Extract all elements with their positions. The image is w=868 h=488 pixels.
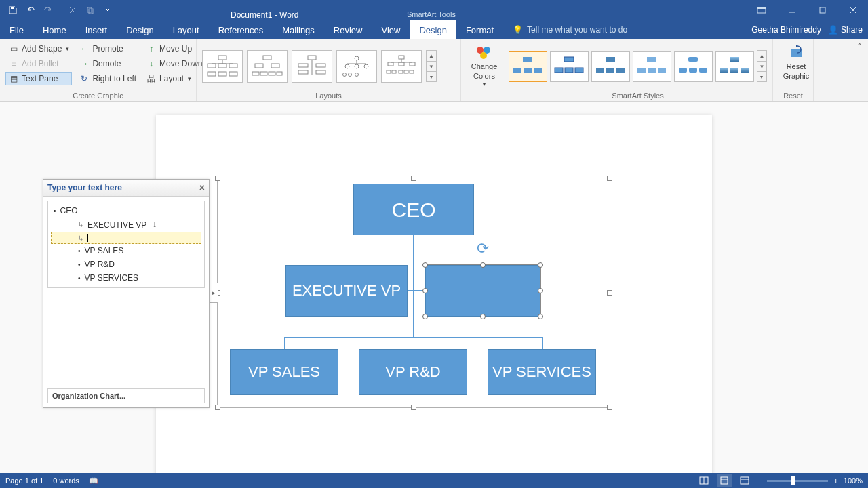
svg-rect-26 xyxy=(316,64,326,67)
zoom-level[interactable]: 100% xyxy=(844,476,863,485)
minimize-icon[interactable] xyxy=(776,0,807,20)
shape-handle[interactable] xyxy=(480,262,486,268)
shape-handle[interactable] xyxy=(538,262,543,268)
svg-rect-10 xyxy=(208,64,216,68)
styles-more[interactable]: ▲▼▾ xyxy=(757,50,767,82)
menu-references[interactable]: References xyxy=(209,20,273,39)
tp-item-ceo[interactable]: •CEO xyxy=(51,204,201,218)
menu-design[interactable]: Design xyxy=(117,20,163,39)
zoom-thumb[interactable] xyxy=(791,476,795,485)
shape-handle[interactable] xyxy=(422,288,428,293)
promote-button[interactable]: ←Promote xyxy=(76,42,139,56)
layout-thumb-4[interactable] xyxy=(336,50,377,83)
menu-file[interactable]: File xyxy=(0,20,33,39)
zoom-slider[interactable] xyxy=(767,480,828,482)
cut-icon[interactable] xyxy=(64,1,81,19)
frame-handle[interactable] xyxy=(215,176,220,181)
view-web-icon[interactable] xyxy=(737,474,752,487)
rotate-handle-icon[interactable]: ⟳ xyxy=(477,243,489,255)
layouts-more[interactable]: ▲▼▾ xyxy=(426,50,437,82)
node-vp-services[interactable]: VP SERVICES xyxy=(488,349,596,395)
text-pane-toggle-tab[interactable]: ▸ xyxy=(210,283,218,303)
add-shape-button[interactable]: ▭Add Shape▾ xyxy=(5,42,72,56)
tell-me-search[interactable]: 💡 Tell me what you want to do xyxy=(513,20,627,39)
share-button[interactable]: 👤 Share xyxy=(828,25,863,35)
layout-thumb-3[interactable] xyxy=(292,50,332,83)
style-thumb-5[interactable] xyxy=(674,51,713,82)
view-print-icon[interactable] xyxy=(717,474,732,487)
layout-thumb-5[interactable] xyxy=(381,50,422,83)
zoom-in-icon[interactable]: + xyxy=(833,476,837,485)
shape-handle[interactable] xyxy=(538,288,543,293)
menu-mailings[interactable]: Mailings xyxy=(273,20,324,39)
tp-item-vprd[interactable]: •VP R&D xyxy=(51,258,201,271)
user-name[interactable]: Geetha Bhimireddy xyxy=(751,25,821,35)
style-thumb-4[interactable] xyxy=(633,51,671,82)
frame-handle[interactable] xyxy=(215,405,220,410)
connector xyxy=(413,235,414,337)
tp-item-blank-active[interactable]: ↳ xyxy=(51,232,201,244)
node-ceo[interactable]: CEO xyxy=(353,184,474,235)
status-proofing-icon[interactable]: 📖 xyxy=(89,476,98,485)
qa-customize-icon[interactable] xyxy=(99,1,117,19)
frame-handle[interactable] xyxy=(411,176,416,181)
demote-button[interactable]: →Demote xyxy=(76,57,139,70)
tp-item-evp[interactable]: ↳EXECUTIVE VPI xyxy=(51,218,201,232)
layout-thumb-2[interactable] xyxy=(247,50,288,83)
undo-icon[interactable] xyxy=(22,1,39,19)
shape-handle[interactable] xyxy=(422,314,428,319)
menu-smartart-design[interactable]: Design xyxy=(410,20,456,39)
shape-handle[interactable] xyxy=(480,314,486,319)
save-icon[interactable] xyxy=(4,1,22,19)
smartart-bounding-frame[interactable]: ▸ CEO EXECUTIVE VP ⟳ VP SALES VP R&D VP … xyxy=(217,178,610,408)
text-pane-button[interactable]: ▤Text Pane xyxy=(5,72,72,85)
menu-view[interactable]: View xyxy=(372,20,410,39)
svg-rect-13 xyxy=(208,72,216,76)
svg-rect-71 xyxy=(699,68,707,73)
text-pane-close-icon[interactable]: × xyxy=(199,182,205,193)
move-up-button[interactable]: ↑Move Up xyxy=(143,42,205,56)
node-executive-vp[interactable]: EXECUTIVE VP xyxy=(285,265,408,317)
menu-insert[interactable]: Insert xyxy=(76,20,117,39)
redo-icon[interactable] xyxy=(39,1,57,19)
style-thumb-6[interactable] xyxy=(715,51,754,82)
status-page[interactable]: Page 1 of 1 xyxy=(5,476,43,485)
svg-rect-46 xyxy=(399,70,403,73)
maximize-icon[interactable] xyxy=(807,0,837,20)
style-thumb-2[interactable] xyxy=(550,51,589,82)
text-pane-footer[interactable]: Organization Chart... xyxy=(47,388,205,403)
menu-home[interactable]: Home xyxy=(33,20,76,39)
zoom-out-icon[interactable]: − xyxy=(757,476,762,485)
tp-item-vpservices[interactable]: •VP SERVICES xyxy=(51,271,201,285)
menu-review[interactable]: Review xyxy=(324,20,372,39)
menu-layout[interactable]: Layout xyxy=(163,20,209,39)
frame-handle[interactable] xyxy=(607,405,612,410)
frame-handle[interactable] xyxy=(607,176,612,181)
view-read-icon[interactable] xyxy=(696,474,711,487)
rtl-button[interactable]: ↻Right to Left xyxy=(76,72,139,85)
text-pane-list[interactable]: •CEO ↳EXECUTIVE VPI ↳ •VP SALES •VP R&D … xyxy=(47,201,205,288)
node-vp-sales[interactable]: VP SALES xyxy=(230,349,338,395)
add-bullet-button: ≡Add Bullet xyxy=(5,57,72,70)
layout-button[interactable]: 品Layout▾ xyxy=(143,72,205,85)
status-words[interactable]: 0 words xyxy=(53,476,79,485)
menu-smartart-format[interactable]: Format xyxy=(456,20,503,39)
reset-graphic-button[interactable]: Reset Graphic xyxy=(778,42,814,83)
node-blank-selected[interactable]: ⟳ xyxy=(425,265,540,317)
collapse-ribbon-icon[interactable]: ⌃ xyxy=(856,42,863,51)
layout-thumb-1[interactable] xyxy=(202,50,243,83)
copy-icon[interactable] xyxy=(81,1,99,19)
ribbon-options-icon[interactable] xyxy=(746,0,776,20)
change-colors-button[interactable]: Change Colors ▾ xyxy=(467,42,502,90)
connector xyxy=(284,337,285,350)
frame-handle[interactable] xyxy=(607,290,612,296)
tp-item-vpsales[interactable]: •VP SALES xyxy=(51,244,201,258)
frame-handle[interactable] xyxy=(411,405,416,410)
move-down-button[interactable]: ↓Move Down xyxy=(143,57,205,70)
style-thumb-1[interactable] xyxy=(509,51,547,82)
shape-handle[interactable] xyxy=(422,262,428,268)
close-icon[interactable] xyxy=(837,0,868,20)
shape-handle[interactable] xyxy=(538,314,543,319)
style-thumb-3[interactable] xyxy=(591,51,630,82)
node-vp-rd[interactable]: VP R&D xyxy=(359,349,467,395)
